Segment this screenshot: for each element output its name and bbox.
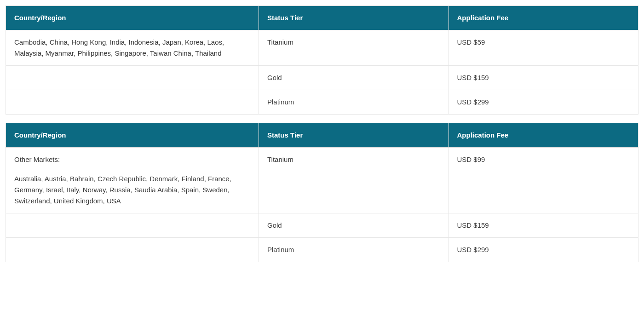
cell-fee: USD $159 (448, 66, 638, 90)
cell-tier: Gold (259, 66, 449, 90)
header-tier: Status Tier (259, 123, 449, 148)
cell-tier: Gold (259, 213, 449, 238)
table-row: Other Markets: Australia, Austria, Bahra… (6, 148, 638, 213)
cell-fee: USD $299 (448, 90, 638, 115)
table-row: Gold USD $159 (6, 213, 638, 238)
pricing-table-2: Country/Region Status Tier Application F… (6, 123, 638, 262)
cell-fee: USD $299 (448, 238, 638, 262)
cell-tier: Platinum (259, 238, 449, 262)
header-country: Country/Region (6, 6, 259, 30)
header-tier: Status Tier (259, 6, 449, 30)
header-country: Country/Region (6, 123, 259, 148)
pricing-table-1: Country/Region Status Tier Application F… (6, 6, 638, 115)
cell-fee: USD $159 (448, 213, 638, 238)
cell-country (6, 66, 259, 90)
table-row: Platinum USD $299 (6, 238, 638, 262)
cell-country: Other Markets: Australia, Austria, Bahra… (6, 148, 259, 213)
cell-country (6, 213, 259, 238)
table-row: Platinum USD $299 (6, 90, 638, 115)
cell-fee: USD $59 (448, 30, 638, 66)
cell-fee: USD $99 (448, 148, 638, 213)
country-lead: Other Markets: (14, 154, 250, 165)
country-list: Australia, Austria, Bahrain, Czech Repub… (14, 175, 231, 205)
table-row: Gold USD $159 (6, 66, 638, 90)
cell-tier: Titanium (259, 148, 449, 213)
header-fee: Application Fee (448, 6, 638, 30)
cell-country (6, 238, 259, 262)
cell-tier: Titanium (259, 30, 449, 66)
cell-tier: Platinum (259, 90, 449, 115)
country-list: Cambodia, China, Hong Kong, India, Indon… (14, 38, 224, 57)
table-row: Cambodia, China, Hong Kong, India, Indon… (6, 30, 638, 66)
cell-country: Cambodia, China, Hong Kong, India, Indon… (6, 30, 259, 66)
cell-country (6, 90, 259, 115)
header-fee: Application Fee (448, 123, 638, 148)
